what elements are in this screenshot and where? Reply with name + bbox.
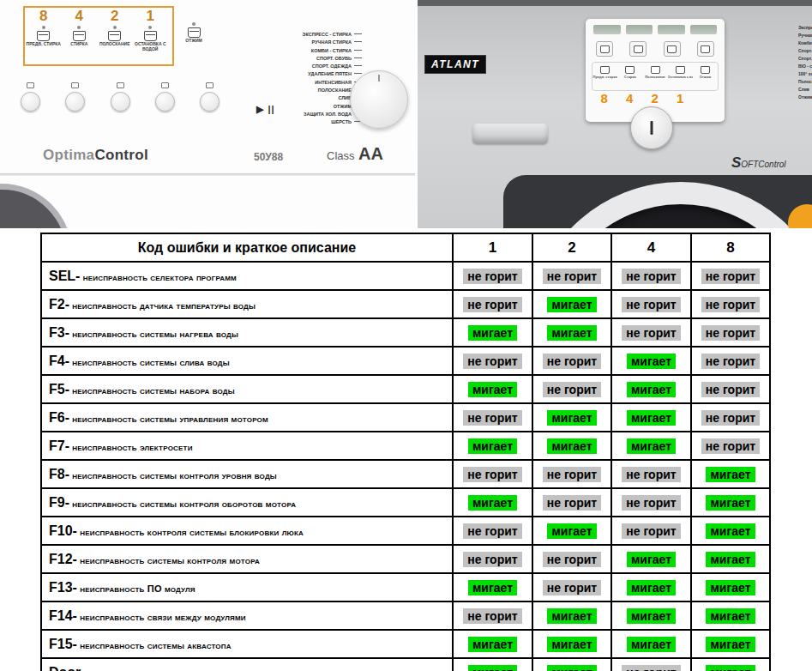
led-state-cell: мигает	[611, 403, 691, 432]
led-state-cell: не горит	[532, 573, 611, 601]
program-label: ПОЛОСКАНИЕ	[273, 87, 362, 94]
table-header-row: Код ошибки и краткое описание 1248	[41, 233, 770, 262]
indicator-digit: 4	[62, 9, 98, 24]
table-row: F7- неисправность электросетимигаетмигае…	[41, 432, 770, 460]
led-blinking-label: мигает	[627, 580, 676, 595]
led-off-label: не горит	[622, 467, 680, 482]
display-button	[626, 25, 653, 34]
led-off-label: не горит	[543, 269, 601, 284]
wash-tub-icon	[600, 45, 610, 53]
error-description-cell: F9- неисправность системы контроля оборо…	[41, 488, 453, 517]
led-off-label: не горит	[701, 382, 760, 397]
right-panel-photo: ATLANT Предв. стиркаСтиркаПолосканиеОста…	[418, 0, 812, 228]
program-selector-knob	[350, 70, 408, 129]
table-row: F2- неисправность датчика температуры во…	[41, 290, 770, 318]
error-description: неисправность системы управления мотором	[69, 414, 268, 424]
option-button	[65, 92, 85, 112]
led-state-cell: не горит	[691, 347, 770, 375]
led-off-label: не горит	[622, 495, 680, 511]
table-row: F8- неисправность системы контроля уровн…	[41, 460, 770, 488]
error-description-cell: F14- неисправность связи между модулями	[41, 601, 453, 630]
right-digit-row: 8421	[592, 91, 693, 106]
led-state-cell: мигает	[532, 403, 611, 432]
error-code: F2-	[49, 297, 69, 311]
error-description-cell: F4- неисправность системы слива воды	[41, 347, 453, 375]
error-description: неисправность связи между модулями	[77, 612, 246, 622]
error-description-cell: F8- неисправность системы контроля уровн…	[41, 460, 453, 488]
led-off-label: не горит	[543, 495, 601, 511]
option-button	[629, 41, 647, 57]
error-description-cell: F7- неисправность электросети	[41, 432, 453, 460]
indicator-label: Полоскание	[642, 75, 667, 79]
option-button-group	[155, 82, 175, 112]
led-state-cell: не горит	[691, 318, 770, 347]
wash-tub-icon	[651, 66, 660, 74]
program-list: ЭКСПРЕСС - СТИРКАРУЧНАЯ СТИРКАКОМБИ - СТ…	[273, 31, 362, 127]
led-off-label: не горит	[701, 269, 760, 284]
led-blinking-label: мигает	[547, 410, 596, 426]
led-state-cell: не горит	[532, 488, 611, 517]
option-icon	[71, 82, 79, 88]
brand-logo-control: Control	[94, 147, 148, 163]
led-dot	[113, 26, 117, 29]
error-code: F8-	[49, 467, 69, 481]
indicator-digit: 2	[642, 91, 668, 106]
wash-tub-icon	[73, 31, 86, 41]
indicator-columns: 8ПРЕДВ. СТИРКА4СТИРКА2ПОЛОСКАНИЕ1ОСТАНОВ…	[26, 9, 168, 52]
machine-top-edge	[418, 0, 812, 6]
option-button	[111, 92, 130, 112]
error-code-table: Код ошибки и краткое описание 1248 SEL- …	[40, 233, 771, 671]
led-blinking-label: мигает	[706, 580, 755, 595]
led-off-label: не горит	[622, 523, 680, 539]
table-row: F3- неисправность системы нагрева водыми…	[41, 318, 770, 347]
wash-tub-icon	[701, 45, 710, 53]
right-indicator-strip: Предв. стиркаСтиркаПолосканиеОстановка с…	[592, 62, 719, 91]
led-state-cell: мигает	[532, 318, 611, 347]
program-label: РУЧНАЯ СТИРКА	[273, 39, 362, 46]
led-off-label: не горит	[701, 354, 760, 369]
led-state-cell: мигает	[532, 432, 611, 460]
led-state-cell: мигает	[691, 488, 770, 517]
model-number: 50У88	[254, 151, 283, 163]
option-icon	[206, 82, 214, 88]
indicator-digit: 8	[592, 91, 617, 106]
table-row: F4- неисправность системы слива водыне г…	[41, 347, 770, 375]
column-header: 4	[611, 233, 691, 262]
led-state-cell: мигает	[611, 630, 691, 658]
indicator-label: СТИРКА	[62, 42, 98, 52]
error-description: неисправность системы аквастопа	[77, 640, 232, 650]
wash-tub-icon	[625, 66, 635, 74]
brand-logo: OptimaControl	[43, 147, 148, 164]
error-description: неисправность системы нагрева воды	[69, 329, 238, 339]
led-blinking-label: мигает	[547, 523, 596, 539]
indicator-label: ОСТАНОВКА С ВОДОЙ	[133, 42, 169, 52]
indicator-label: Остановка с водой	[668, 75, 693, 79]
led-state-cell: мигает	[611, 601, 691, 630]
led-state-cell: не горит	[453, 290, 532, 318]
led-state-cell: не горит	[611, 262, 691, 290]
display-button	[593, 25, 621, 34]
option-buttons	[596, 41, 714, 57]
indicator-column: 8ПРЕДВ. СТИРКА	[26, 9, 62, 52]
error-description: неисправность ПО модуля	[77, 583, 195, 594]
led-blinking-label: мигает	[627, 438, 676, 454]
wash-tub-icon	[701, 66, 710, 74]
led-state-cell: не горит	[453, 347, 532, 375]
indicator-column: 4СТИРКА	[62, 9, 98, 52]
indicator-column: 2ПОЛОСКАНИЕ	[97, 9, 133, 52]
program-label: СПОРТ. ОДЕЖДА	[273, 63, 362, 70]
led-state-cell: мигает	[691, 545, 770, 573]
indicator-column: Полоскание	[642, 63, 667, 90]
option-button	[596, 41, 613, 57]
error-code: F10-	[49, 523, 77, 538]
program-label: ШЕРСТЬ	[273, 118, 362, 126]
indicator-digit: 4	[617, 91, 643, 106]
table-row: F13- неисправность ПО модулямигаетне гор…	[41, 573, 770, 601]
error-code: F7-	[49, 438, 69, 453]
error-description-cell: F3- неисправность системы нагрева воды	[41, 318, 453, 347]
indicator-column: 1ОСТАНОВКА С ВОДОЙ	[133, 9, 169, 52]
led-blinking-label: мигает	[468, 580, 517, 595]
led-state-cell: не горит	[611, 488, 691, 517]
program-label: Спорт. одежда	[798, 55, 812, 63]
program-label: 100° хлопок	[798, 70, 812, 78]
